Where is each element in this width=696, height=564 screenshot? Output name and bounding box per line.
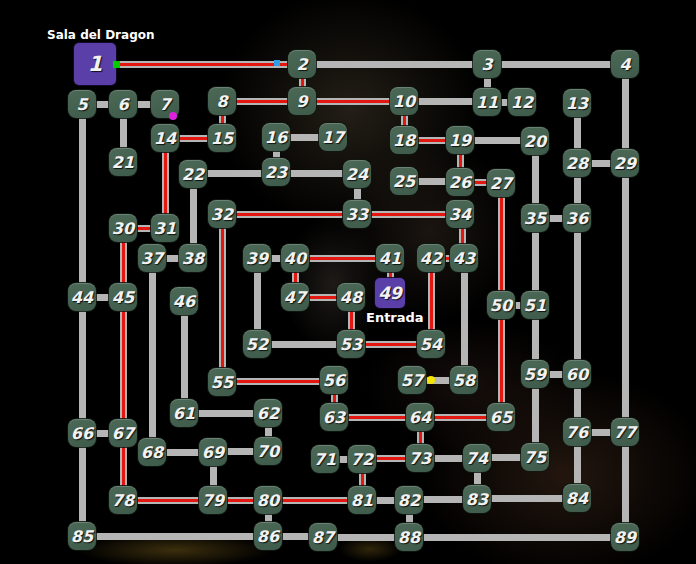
room-node-70: 70	[254, 437, 282, 465]
corridor-88-89	[409, 534, 625, 541]
corridor-46-61	[181, 301, 188, 413]
room-node-81: 81	[348, 486, 376, 514]
corridor-32-55-path	[221, 214, 224, 382]
corridor-32-33-path	[222, 213, 357, 216]
corridor-36-60	[574, 218, 581, 374]
room-node-80: 80	[254, 486, 282, 514]
room-node-72: 72	[348, 445, 376, 473]
start-room-label: Sala del Dragon	[47, 28, 155, 42]
room-57-marker-yellow	[427, 376, 435, 384]
room-node-41: 41	[376, 244, 404, 272]
room-node-40: 40	[281, 244, 309, 272]
room-node-18: 18	[390, 126, 418, 154]
room-node-26: 26	[446, 168, 474, 196]
room-node-88: 88	[395, 523, 423, 551]
room-node-28: 28	[563, 149, 591, 177]
trace-marker-blue	[274, 60, 280, 66]
room-node-63: 63	[320, 403, 348, 431]
room-node-45: 45	[109, 283, 137, 311]
room-node-23: 23	[262, 158, 290, 186]
room-node-44: 44	[68, 283, 96, 311]
corridor-2-3	[302, 61, 487, 68]
room-node-53: 53	[337, 330, 365, 358]
room-node-33: 33	[343, 200, 371, 228]
room-node-83: 83	[463, 485, 491, 513]
room-node-5: 5	[68, 90, 96, 118]
start-marker-green	[113, 61, 120, 68]
room-node-22: 22	[179, 160, 207, 188]
room-node-76: 76	[563, 418, 591, 446]
room-node-42: 42	[417, 244, 445, 272]
room-node-60: 60	[563, 360, 591, 388]
room-node-21: 21	[109, 148, 137, 176]
room-node-32: 32	[208, 200, 236, 228]
room-node-84: 84	[563, 484, 591, 512]
corridor-37-68	[149, 258, 156, 452]
room-node-89: 89	[611, 523, 639, 551]
room-node-14: 14	[151, 124, 179, 152]
corridor-66-85	[79, 433, 86, 536]
room-node-68: 68	[138, 438, 166, 466]
room-node-24: 24	[343, 160, 371, 188]
corridor-9-10-path	[302, 100, 404, 103]
room-node-79: 79	[199, 486, 227, 514]
room-node-77: 77	[611, 418, 639, 446]
corridor-50-65-path	[500, 305, 503, 417]
room-node-56: 56	[320, 366, 348, 394]
room-node-37: 37	[138, 244, 166, 272]
room-node-16: 16	[262, 123, 290, 151]
corridor-33-34-path	[357, 213, 460, 216]
entrance-label: Entrada	[366, 310, 424, 325]
room-node-11: 11	[473, 88, 501, 116]
room-node-8: 8	[208, 87, 236, 115]
room-node-17: 17	[319, 123, 347, 151]
room-node-38: 38	[179, 244, 207, 272]
room-node-85: 85	[68, 522, 96, 550]
room-node-15: 15	[208, 124, 236, 152]
room-node-3: 3	[473, 50, 501, 78]
room-node-13: 13	[563, 89, 591, 117]
room-node-6: 6	[109, 90, 137, 118]
room-node-66: 66	[68, 419, 96, 447]
room-node-62: 62	[254, 399, 282, 427]
room-node-69: 69	[199, 438, 227, 466]
room-node-47: 47	[281, 283, 309, 311]
room-node-86: 86	[254, 522, 282, 550]
corridor-77-89	[622, 432, 629, 537]
room-node-73: 73	[406, 444, 434, 472]
room-node-43: 43	[450, 244, 478, 272]
room-node-67: 67	[109, 419, 137, 447]
room-node-51: 51	[521, 291, 549, 319]
room-node-25: 25	[390, 167, 418, 195]
room-node-74: 74	[463, 444, 491, 472]
room-node-57: 57	[398, 366, 426, 394]
room-node-55: 55	[208, 368, 236, 396]
corridor-83-84	[477, 495, 577, 502]
room-node-10: 10	[390, 87, 418, 115]
room-node-36: 36	[563, 204, 591, 232]
room-node-61: 61	[170, 399, 198, 427]
room-node-12: 12	[508, 88, 536, 116]
corridor-55-56-path	[222, 380, 334, 383]
room-node-59: 59	[521, 360, 549, 388]
room-node-27: 27	[487, 169, 515, 197]
dungeon-map: 1234567891011121314151617181920212223242…	[0, 0, 696, 564]
room-node-31: 31	[151, 214, 179, 242]
corridor-27-50-path	[500, 183, 503, 305]
room-node-49: 49	[375, 278, 405, 308]
room-node-20: 20	[521, 127, 549, 155]
corridor-45-67-path	[122, 297, 125, 433]
corridor-44-66	[79, 297, 86, 433]
room-node-19: 19	[446, 126, 474, 154]
room-node-30: 30	[109, 214, 137, 242]
room-node-34: 34	[446, 200, 474, 228]
room-node-4: 4	[611, 50, 639, 78]
room-node-35: 35	[521, 204, 549, 232]
corridor-29-77	[622, 163, 629, 432]
room-node-54: 54	[417, 330, 445, 358]
room-node-29: 29	[611, 149, 639, 177]
room-node-71: 71	[311, 445, 339, 473]
room-node-46: 46	[170, 287, 198, 315]
room-node-1: 1	[74, 43, 116, 85]
room-node-9: 9	[288, 87, 316, 115]
